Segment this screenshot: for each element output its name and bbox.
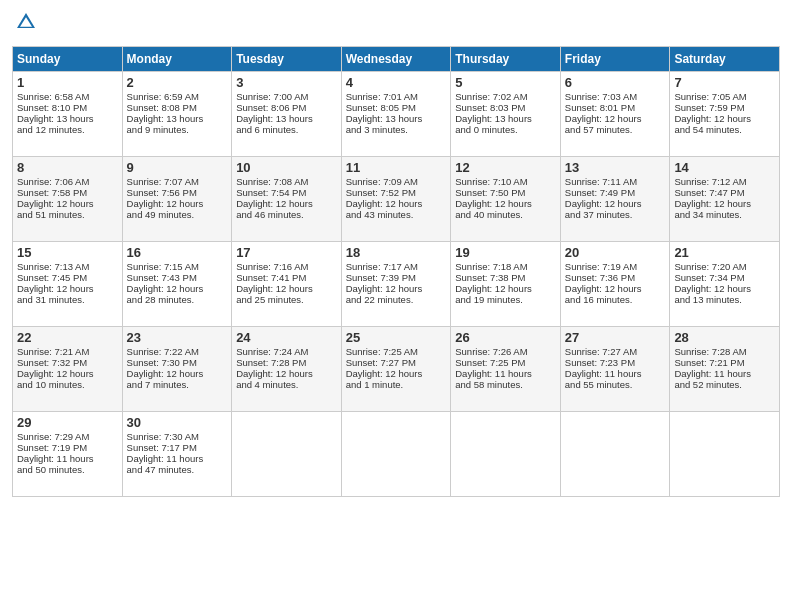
day-number: 29 [17, 415, 118, 430]
cell-line: Sunrise: 7:10 AM [455, 176, 556, 187]
cell-line: Sunset: 7:17 PM [127, 442, 228, 453]
cell-line: Sunrise: 7:26 AM [455, 346, 556, 357]
calendar-cell: 1Sunrise: 6:58 AMSunset: 8:10 PMDaylight… [13, 72, 123, 157]
day-number: 8 [17, 160, 118, 175]
calendar-cell: 18Sunrise: 7:17 AMSunset: 7:39 PMDayligh… [341, 242, 451, 327]
day-number: 6 [565, 75, 666, 90]
cell-line: Daylight: 12 hours [455, 198, 556, 209]
calendar-cell: 4Sunrise: 7:01 AMSunset: 8:05 PMDaylight… [341, 72, 451, 157]
calendar-week-4: 22Sunrise: 7:21 AMSunset: 7:32 PMDayligh… [13, 327, 780, 412]
cell-line: and 54 minutes. [674, 124, 775, 135]
cell-line: and 1 minute. [346, 379, 447, 390]
day-number: 1 [17, 75, 118, 90]
day-header-friday: Friday [560, 47, 670, 72]
calendar-cell: 22Sunrise: 7:21 AMSunset: 7:32 PMDayligh… [13, 327, 123, 412]
day-number: 20 [565, 245, 666, 260]
calendar-cell: 20Sunrise: 7:19 AMSunset: 7:36 PMDayligh… [560, 242, 670, 327]
cell-line: Sunrise: 7:03 AM [565, 91, 666, 102]
calendar-cell: 6Sunrise: 7:03 AMSunset: 8:01 PMDaylight… [560, 72, 670, 157]
day-number: 5 [455, 75, 556, 90]
cell-line: and 31 minutes. [17, 294, 118, 305]
calendar-cell: 15Sunrise: 7:13 AMSunset: 7:45 PMDayligh… [13, 242, 123, 327]
day-number: 13 [565, 160, 666, 175]
day-number: 28 [674, 330, 775, 345]
cell-line: and 16 minutes. [565, 294, 666, 305]
cell-line: and 50 minutes. [17, 464, 118, 475]
cell-line: and 28 minutes. [127, 294, 228, 305]
cell-line: Daylight: 12 hours [127, 198, 228, 209]
cell-line: Sunrise: 7:21 AM [17, 346, 118, 357]
cell-line: Sunset: 8:08 PM [127, 102, 228, 113]
calendar-cell: 26Sunrise: 7:26 AMSunset: 7:25 PMDayligh… [451, 327, 561, 412]
cell-line: and 13 minutes. [674, 294, 775, 305]
cell-line: Daylight: 12 hours [455, 283, 556, 294]
day-number: 4 [346, 75, 447, 90]
cell-line: and 25 minutes. [236, 294, 337, 305]
calendar-cell: 2Sunrise: 6:59 AMSunset: 8:08 PMDaylight… [122, 72, 232, 157]
calendar-week-2: 8Sunrise: 7:06 AMSunset: 7:58 PMDaylight… [13, 157, 780, 242]
calendar-table: SundayMondayTuesdayWednesdayThursdayFrid… [12, 46, 780, 497]
calendar-cell: 30Sunrise: 7:30 AMSunset: 7:17 PMDayligh… [122, 412, 232, 497]
day-number: 24 [236, 330, 337, 345]
cell-line: Daylight: 12 hours [236, 198, 337, 209]
cell-line: Sunset: 7:52 PM [346, 187, 447, 198]
cell-line: Sunrise: 7:15 AM [127, 261, 228, 272]
cell-line: and 46 minutes. [236, 209, 337, 220]
cell-line: Sunset: 8:05 PM [346, 102, 447, 113]
cell-line: Sunrise: 7:19 AM [565, 261, 666, 272]
cell-line: Daylight: 12 hours [674, 283, 775, 294]
day-header-thursday: Thursday [451, 47, 561, 72]
day-number: 14 [674, 160, 775, 175]
calendar-cell [232, 412, 342, 497]
cell-line: Sunset: 7:45 PM [17, 272, 118, 283]
cell-line: Daylight: 12 hours [565, 113, 666, 124]
cell-line: Sunrise: 7:20 AM [674, 261, 775, 272]
cell-line: Sunrise: 7:28 AM [674, 346, 775, 357]
cell-line: Sunrise: 7:05 AM [674, 91, 775, 102]
calendar-cell: 21Sunrise: 7:20 AMSunset: 7:34 PMDayligh… [670, 242, 780, 327]
cell-line: Sunset: 8:03 PM [455, 102, 556, 113]
day-header-sunday: Sunday [13, 47, 123, 72]
cell-line: Daylight: 12 hours [565, 283, 666, 294]
cell-line: Sunset: 7:25 PM [455, 357, 556, 368]
cell-line: Sunrise: 7:02 AM [455, 91, 556, 102]
cell-line: Sunrise: 7:07 AM [127, 176, 228, 187]
day-header-saturday: Saturday [670, 47, 780, 72]
cell-line: Sunrise: 7:13 AM [17, 261, 118, 272]
cell-line: Sunset: 7:23 PM [565, 357, 666, 368]
cell-line: Daylight: 12 hours [17, 198, 118, 209]
cell-line: Sunrise: 7:17 AM [346, 261, 447, 272]
calendar-cell: 27Sunrise: 7:27 AMSunset: 7:23 PMDayligh… [560, 327, 670, 412]
day-number: 15 [17, 245, 118, 260]
calendar-week-1: 1Sunrise: 6:58 AMSunset: 8:10 PMDaylight… [13, 72, 780, 157]
cell-line: Daylight: 11 hours [565, 368, 666, 379]
cell-line: Daylight: 13 hours [455, 113, 556, 124]
day-header-wednesday: Wednesday [341, 47, 451, 72]
cell-line: Daylight: 12 hours [17, 283, 118, 294]
cell-line: Sunset: 7:30 PM [127, 357, 228, 368]
calendar-cell [451, 412, 561, 497]
calendar-cell: 28Sunrise: 7:28 AMSunset: 7:21 PMDayligh… [670, 327, 780, 412]
calendar-cell: 13Sunrise: 7:11 AMSunset: 7:49 PMDayligh… [560, 157, 670, 242]
cell-line: Daylight: 12 hours [346, 368, 447, 379]
calendar-cell [560, 412, 670, 497]
cell-line: Sunset: 7:56 PM [127, 187, 228, 198]
cell-line: Sunset: 7:59 PM [674, 102, 775, 113]
cell-line: Sunrise: 7:25 AM [346, 346, 447, 357]
cell-line: and 19 minutes. [455, 294, 556, 305]
logo [12, 10, 38, 38]
calendar-week-3: 15Sunrise: 7:13 AMSunset: 7:45 PMDayligh… [13, 242, 780, 327]
cell-line: Daylight: 13 hours [346, 113, 447, 124]
cell-line: Sunrise: 7:16 AM [236, 261, 337, 272]
cell-line: Sunset: 7:19 PM [17, 442, 118, 453]
cell-line: Daylight: 11 hours [674, 368, 775, 379]
cell-line: Sunset: 7:38 PM [455, 272, 556, 283]
page-header [12, 10, 780, 38]
day-number: 22 [17, 330, 118, 345]
cell-line: Daylight: 12 hours [346, 198, 447, 209]
cell-line: Sunset: 7:47 PM [674, 187, 775, 198]
day-number: 25 [346, 330, 447, 345]
calendar-cell: 8Sunrise: 7:06 AMSunset: 7:58 PMDaylight… [13, 157, 123, 242]
cell-line: Daylight: 11 hours [17, 453, 118, 464]
day-number: 19 [455, 245, 556, 260]
